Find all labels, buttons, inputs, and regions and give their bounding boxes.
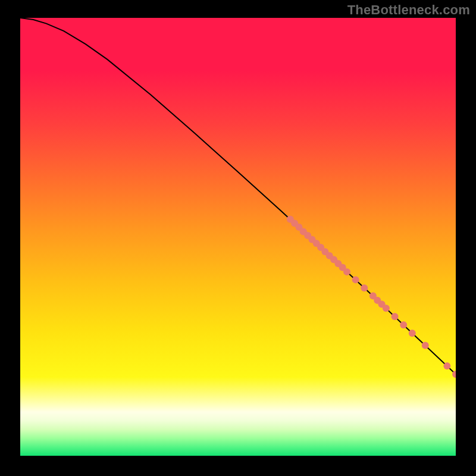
data-point — [352, 276, 359, 283]
data-point — [443, 362, 450, 369]
data-point — [400, 321, 407, 328]
gradient-background — [20, 18, 456, 456]
data-point — [409, 330, 416, 337]
data-point — [392, 313, 399, 320]
plot-area — [20, 18, 456, 456]
chart-frame: TheBottleneck.com — [0, 0, 476, 476]
watermark-text: TheBottleneck.com — [347, 2, 470, 18]
data-point — [343, 268, 350, 275]
data-point — [422, 342, 429, 349]
bottleneck-chart — [20, 18, 456, 456]
data-point — [361, 284, 368, 292]
data-point — [383, 305, 390, 312]
